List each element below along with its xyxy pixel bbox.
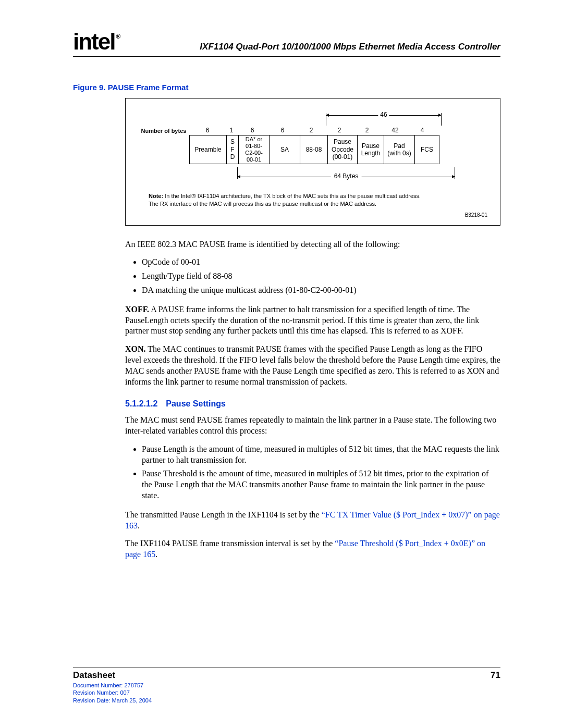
cell-preamble: Preamble [190,135,227,164]
pause-settings-intro: The MAC must send PAUSE frames repeatedl… [125,415,500,437]
cell-fcs: FCS [415,135,439,164]
rev-date: Revision Date: March 25, 2004 [73,697,152,704]
byte-count-row: Number of bytes 6 1 6 6 2 2 2 42 4 [138,127,487,134]
cell-sa: SA [270,135,300,164]
list-item: OpCode of 00-01 [142,257,500,268]
note-body: In the Intel® IXF1104 architecture, the … [149,193,421,207]
registered-mark: ® [116,33,119,40]
figure-id: B3218-01 [138,212,487,218]
bytes-sa: 6 [267,127,298,134]
detect-list: OpCode of 00-01 Length/Type field of 88-… [125,257,500,295]
tx-timer-pre: The transmitted Pause Length in the IXF1… [125,510,322,519]
intro-paragraph: An IEEE 802.3 MAC PAUSE frame is identif… [125,239,500,250]
bottom-dim-label: 64 Bytes [331,172,362,180]
pause-settings-list: Pause Length is the amount of time, meas… [125,444,500,501]
page-header: intel® IXF1104 Quad-Port 10/100/1000 Mbp… [73,30,500,57]
logo-text: intel [73,29,115,54]
cell-sfd: S F D [227,135,239,164]
xon-text: The MAC continues to transmit PAUSE fram… [125,344,500,386]
cell-pad: Pad (with 0s) [384,135,415,164]
xoff-label: XOFF. [125,305,149,314]
bytes-fcs: 4 [410,127,434,134]
top-dim-label: 46 [378,111,389,118]
tx-timer-post: . [138,521,140,530]
revision-info: Document Number: 278757 Revision Number:… [73,682,152,704]
list-item: Length/Type field of 88-08 [142,271,500,282]
pt-post: . [155,550,157,559]
bottom-dimension-64: 64 Bytes [237,167,455,183]
figure-caption: Figure 9. PAUSE Frame Format [73,83,500,92]
bytes-preamble: 6 [189,127,226,134]
cell-pauselen: Pause Length [358,135,384,164]
doc-number: Document Number: 278757 [73,682,152,689]
list-item: Pause Threshold is the amount of time, m… [142,468,500,501]
note-prefix: Note: [149,193,163,199]
xoff-paragraph: XOFF. A PAUSE frame informs the link par… [125,304,500,337]
tx-timer-paragraph: The transmitted Pause Length in the IXF1… [125,510,500,532]
body-content: An IEEE 802.3 MAC PAUSE frame is identif… [125,239,500,560]
list-item: DA matching the unique multicast address… [142,285,500,296]
pause-threshold-paragraph: The IXF1104 PAUSE frame transmission int… [125,538,500,560]
intel-logo: intel® [73,30,118,53]
figure-box: 46 Number of bytes 6 1 6 6 2 2 2 42 4 Pr… [125,98,500,226]
bytes-da: 6 [237,127,267,134]
datasheet-label: Datasheet [73,670,152,681]
cell-opcode: Pause Opcode (00-01) [328,135,358,164]
frame-table: Preamble S F D DA* or 01-80- C2-00- 00-0… [189,135,487,164]
bytes-plen: 2 [354,127,380,134]
cell-lengthtype: 88-08 [300,135,328,164]
bytes-sfd: 1 [226,127,237,134]
bytes-row-label: Number of bytes [138,128,189,134]
xon-paragraph: XON. The MAC continues to transmit PAUSE… [125,344,500,387]
list-item: Pause Length is the amount of time, meas… [142,444,500,466]
cell-da: DA* or 01-80- C2-00- 00-01 [239,135,270,164]
xoff-text: A PAUSE frame informs the link partner t… [125,305,479,336]
document-title: IXF1104 Quad-Port 10/100/1000 Mbps Ether… [118,42,500,53]
page-footer: Datasheet Document Number: 278757 Revisi… [73,668,500,704]
figure-note: Note: In the Intel® IXF1104 architecture… [149,192,487,208]
page-number: 71 [491,670,500,681]
rev-number: Revision Number: 007 [73,689,152,696]
section-title: Pause Settings [166,399,226,408]
xon-label: XON. [125,344,146,353]
bytes-lt: 2 [298,127,325,134]
bytes-pad: 42 [380,127,410,134]
pt-pre: The IXF1104 PAUSE frame transmission int… [125,539,335,548]
section-number: 5.1.2.1.2 [125,399,157,410]
section-heading: 5.1.2.1.2Pause Settings [125,399,500,410]
bytes-opcode: 2 [325,127,354,134]
top-dimension-46: 46 [326,112,442,127]
